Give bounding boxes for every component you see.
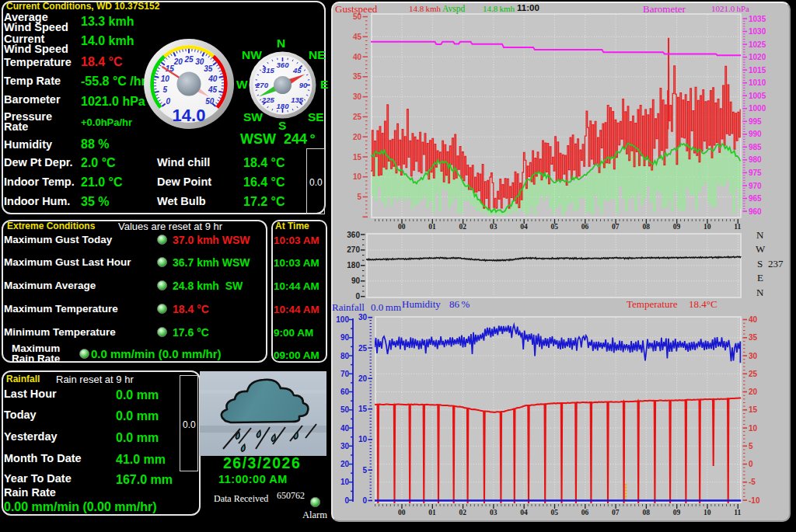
svg-text:25: 25 (183, 55, 194, 64)
svg-text:360: 360 (277, 61, 290, 69)
svg-text:14.0: 14.0 (173, 106, 206, 125)
svg-text:40: 40 (208, 75, 218, 83)
svg-text:45: 45 (208, 85, 218, 94)
svg-text:10: 10 (161, 75, 170, 83)
svg-text:20: 20 (173, 57, 183, 66)
svg-text:35: 35 (204, 64, 213, 73)
svg-text:45: 45 (292, 66, 302, 75)
svg-text:135: 135 (291, 96, 304, 104)
svg-text:50: 50 (205, 97, 215, 106)
svg-text:30: 30 (195, 57, 204, 66)
svg-text:0: 0 (166, 97, 170, 106)
svg-text:90: 90 (299, 81, 308, 89)
svg-text:5: 5 (163, 85, 168, 94)
svg-text:180: 180 (277, 102, 290, 110)
svg-text:270: 270 (255, 81, 269, 89)
svg-text:315: 315 (262, 66, 275, 75)
svg-text:225: 225 (261, 96, 275, 104)
